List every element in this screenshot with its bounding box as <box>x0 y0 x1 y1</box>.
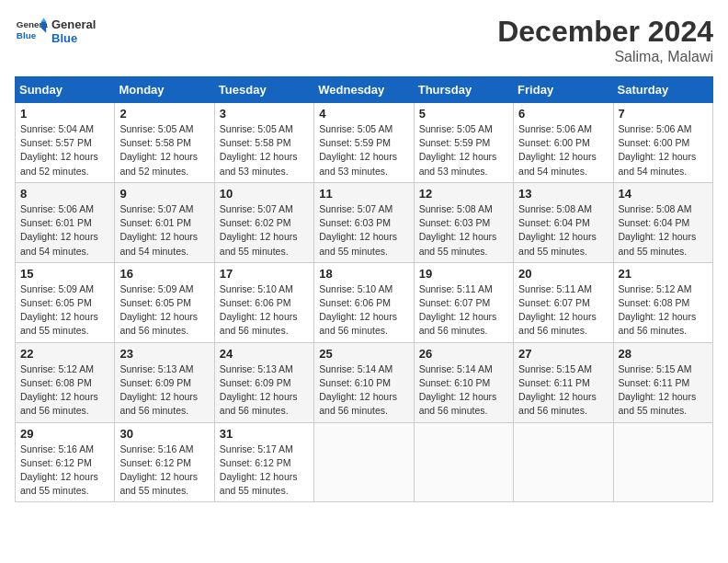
day-info: Sunrise: 5:16 AM Sunset: 6:12 PM Dayligh… <box>119 442 209 499</box>
day-info: Sunrise: 5:12 AM Sunset: 6:08 PM Dayligh… <box>619 282 708 339</box>
day-info: Sunrise: 5:08 AM Sunset: 6:04 PM Dayligh… <box>518 202 608 259</box>
calendar-cell: 15Sunrise: 5:09 AM Sunset: 6:05 PM Dayli… <box>16 262 115 342</box>
day-info: Sunrise: 5:09 AM Sunset: 6:05 PM Dayligh… <box>119 282 209 339</box>
day-number: 11 <box>319 187 408 201</box>
svg-marker-2 <box>41 21 46 33</box>
day-info: Sunrise: 5:05 AM Sunset: 5:59 PM Dayligh… <box>319 122 408 178</box>
location: Salima, Malawi <box>497 49 713 65</box>
day-info: Sunrise: 5:05 AM Sunset: 5:58 PM Dayligh… <box>119 122 209 178</box>
calendar-cell: 14Sunrise: 5:08 AM Sunset: 6:04 PM Dayli… <box>613 182 712 262</box>
calendar-header-row: SundayMondayTuesdayWednesdayThursdayFrid… <box>16 77 713 103</box>
calendar-cell: 31Sunrise: 5:17 AM Sunset: 6:12 PM Dayli… <box>214 422 313 502</box>
svg-text:Blue: Blue <box>17 30 37 40</box>
day-number: 30 <box>119 427 209 441</box>
day-number: 16 <box>119 267 209 281</box>
day-info: Sunrise: 5:05 AM Sunset: 5:59 PM Dayligh… <box>419 122 508 178</box>
day-info: Sunrise: 5:05 AM Sunset: 5:58 PM Dayligh… <box>220 122 309 178</box>
day-info: Sunrise: 5:06 AM Sunset: 6:00 PM Dayligh… <box>619 122 708 178</box>
day-number: 27 <box>518 347 608 361</box>
day-number: 23 <box>119 347 209 361</box>
day-number: 17 <box>220 267 309 281</box>
calendar-cell: 22Sunrise: 5:12 AM Sunset: 6:08 PM Dayli… <box>16 342 115 422</box>
day-number: 12 <box>419 187 508 201</box>
page-header: General Blue General Blue December 2024 … <box>15 15 713 65</box>
day-info: Sunrise: 5:11 AM Sunset: 6:07 PM Dayligh… <box>419 282 508 339</box>
day-info: Sunrise: 5:06 AM Sunset: 6:01 PM Dayligh… <box>20 202 109 259</box>
day-info: Sunrise: 5:09 AM Sunset: 6:05 PM Dayligh… <box>20 282 109 339</box>
day-info: Sunrise: 5:10 AM Sunset: 6:06 PM Dayligh… <box>319 282 408 339</box>
calendar-cell: 26Sunrise: 5:14 AM Sunset: 6:10 PM Dayli… <box>414 342 513 422</box>
calendar-week-row: 8Sunrise: 5:06 AM Sunset: 6:01 PM Daylig… <box>16 182 713 262</box>
day-info: Sunrise: 5:08 AM Sunset: 6:03 PM Dayligh… <box>419 202 508 259</box>
logo: General Blue General Blue <box>15 15 96 48</box>
day-info: Sunrise: 5:13 AM Sunset: 6:09 PM Dayligh… <box>119 362 209 419</box>
calendar-cell: 1Sunrise: 5:04 AM Sunset: 5:57 PM Daylig… <box>16 103 115 183</box>
month-title: December 2024 <box>497 15 713 49</box>
day-info: Sunrise: 5:11 AM Sunset: 6:07 PM Dayligh… <box>518 282 608 339</box>
day-header-thursday: Thursday <box>414 77 513 103</box>
day-number: 3 <box>220 107 309 121</box>
calendar-week-row: 1Sunrise: 5:04 AM Sunset: 5:57 PM Daylig… <box>16 103 713 183</box>
calendar-cell: 21Sunrise: 5:12 AM Sunset: 6:08 PM Dayli… <box>613 262 712 342</box>
day-header-friday: Friday <box>514 77 613 103</box>
calendar-cell <box>514 422 613 502</box>
calendar-cell: 18Sunrise: 5:10 AM Sunset: 6:06 PM Dayli… <box>314 262 414 342</box>
calendar-cell: 12Sunrise: 5:08 AM Sunset: 6:03 PM Dayli… <box>414 182 513 262</box>
day-info: Sunrise: 5:14 AM Sunset: 6:10 PM Dayligh… <box>319 362 408 419</box>
calendar-cell: 24Sunrise: 5:13 AM Sunset: 6:09 PM Dayli… <box>214 342 313 422</box>
calendar-cell: 19Sunrise: 5:11 AM Sunset: 6:07 PM Dayli… <box>414 262 513 342</box>
day-number: 18 <box>319 267 408 281</box>
day-info: Sunrise: 5:13 AM Sunset: 6:09 PM Dayligh… <box>220 362 309 419</box>
calendar-cell: 16Sunrise: 5:09 AM Sunset: 6:05 PM Dayli… <box>115 262 214 342</box>
day-info: Sunrise: 5:08 AM Sunset: 6:04 PM Dayligh… <box>619 202 708 259</box>
calendar-cell: 3Sunrise: 5:05 AM Sunset: 5:58 PM Daylig… <box>214 103 313 183</box>
day-info: Sunrise: 5:16 AM Sunset: 6:12 PM Dayligh… <box>20 442 109 499</box>
day-number: 10 <box>220 187 309 201</box>
day-info: Sunrise: 5:07 AM Sunset: 6:02 PM Dayligh… <box>220 202 309 259</box>
day-info: Sunrise: 5:06 AM Sunset: 6:00 PM Dayligh… <box>518 122 608 178</box>
day-header-sunday: Sunday <box>16 77 115 103</box>
logo-blue-text: Blue <box>51 31 96 45</box>
day-header-tuesday: Tuesday <box>214 77 313 103</box>
logo-icon: General Blue <box>15 15 48 48</box>
day-number: 4 <box>319 107 408 121</box>
day-number: 29 <box>20 427 109 441</box>
day-number: 31 <box>220 427 309 441</box>
calendar-cell: 5Sunrise: 5:05 AM Sunset: 5:59 PM Daylig… <box>414 103 513 183</box>
calendar-cell: 30Sunrise: 5:16 AM Sunset: 6:12 PM Dayli… <box>115 422 214 502</box>
logo-general-text: General <box>51 17 96 31</box>
day-number: 28 <box>619 347 708 361</box>
day-info: Sunrise: 5:10 AM Sunset: 6:06 PM Dayligh… <box>220 282 309 339</box>
calendar-cell: 13Sunrise: 5:08 AM Sunset: 6:04 PM Dayli… <box>514 182 613 262</box>
calendar-cell: 9Sunrise: 5:07 AM Sunset: 6:01 PM Daylig… <box>115 182 214 262</box>
day-number: 25 <box>319 347 408 361</box>
day-number: 15 <box>20 267 109 281</box>
calendar-cell: 6Sunrise: 5:06 AM Sunset: 6:00 PM Daylig… <box>514 103 613 183</box>
title-block: December 2024 Salima, Malawi <box>497 15 713 65</box>
calendar-cell: 27Sunrise: 5:15 AM Sunset: 6:11 PM Dayli… <box>514 342 613 422</box>
calendar-table: SundayMondayTuesdayWednesdayThursdayFrid… <box>15 76 713 502</box>
day-number: 14 <box>619 187 708 201</box>
calendar-cell <box>613 422 712 502</box>
day-number: 20 <box>518 267 608 281</box>
calendar-cell: 4Sunrise: 5:05 AM Sunset: 5:59 PM Daylig… <box>314 103 414 183</box>
day-number: 13 <box>518 187 608 201</box>
day-info: Sunrise: 5:15 AM Sunset: 6:11 PM Dayligh… <box>619 362 708 419</box>
calendar-cell: 8Sunrise: 5:06 AM Sunset: 6:01 PM Daylig… <box>16 182 115 262</box>
day-info: Sunrise: 5:17 AM Sunset: 6:12 PM Dayligh… <box>220 442 309 499</box>
calendar-cell: 25Sunrise: 5:14 AM Sunset: 6:10 PM Dayli… <box>314 342 414 422</box>
calendar-cell: 23Sunrise: 5:13 AM Sunset: 6:09 PM Dayli… <box>115 342 214 422</box>
day-number: 8 <box>20 187 109 201</box>
day-number: 21 <box>619 267 708 281</box>
day-number: 5 <box>419 107 508 121</box>
calendar-week-row: 15Sunrise: 5:09 AM Sunset: 6:05 PM Dayli… <box>16 262 713 342</box>
day-header-wednesday: Wednesday <box>314 77 414 103</box>
day-info: Sunrise: 5:15 AM Sunset: 6:11 PM Dayligh… <box>518 362 608 419</box>
day-header-saturday: Saturday <box>613 77 712 103</box>
calendar-cell: 11Sunrise: 5:07 AM Sunset: 6:03 PM Dayli… <box>314 182 414 262</box>
day-info: Sunrise: 5:07 AM Sunset: 6:01 PM Dayligh… <box>119 202 209 259</box>
day-header-monday: Monday <box>115 77 214 103</box>
day-number: 2 <box>119 107 209 121</box>
day-info: Sunrise: 5:14 AM Sunset: 6:10 PM Dayligh… <box>419 362 508 419</box>
calendar-week-row: 29Sunrise: 5:16 AM Sunset: 6:12 PM Dayli… <box>16 422 713 502</box>
